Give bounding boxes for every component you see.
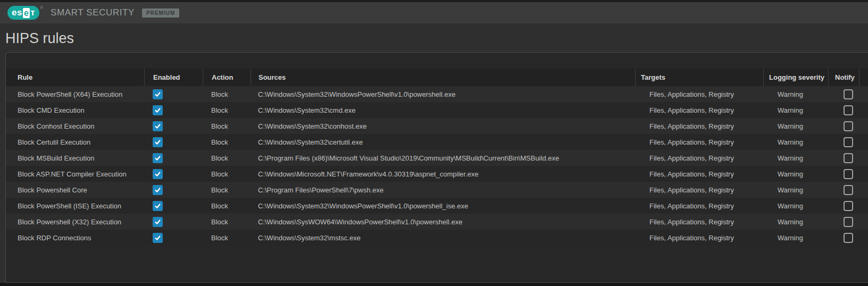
notify-cell [837, 150, 868, 166]
logo-text-mid: e [23, 8, 30, 18]
hips-rule-row[interactable]: Block RDP ConnectionsBlockC:\Windows\Sys… [6, 230, 868, 246]
severity-cell: Warning [772, 102, 837, 118]
sources-cell: C:\Windows\System32\cmd.exe [251, 102, 644, 118]
enabled-checkbox[interactable] [153, 121, 163, 131]
eset-window: eseт ® SMART SECURITY PREMIUM HIPS rules… [0, 0, 868, 286]
column-header-enabled[interactable]: Enabled [144, 69, 203, 86]
enabled-cell [144, 230, 203, 246]
checkmark-icon [154, 91, 161, 98]
targets-cell: Files, Applications, Registry [644, 230, 772, 246]
targets-cell: Files, Applications, Registry [644, 86, 772, 102]
checkmark-icon [154, 234, 161, 241]
enabled-cell [144, 214, 203, 230]
targets-cell: Files, Applications, Registry [644, 198, 772, 214]
rule-name-cell: Block PowerShell (X64) Execution [6, 86, 144, 102]
notify-checkbox[interactable] [844, 185, 853, 195]
checkmark-icon [154, 155, 161, 162]
action-cell: Block [203, 86, 251, 102]
column-header-action[interactable]: Action [203, 69, 251, 86]
severity-cell: Warning [772, 182, 837, 198]
notify-cell [837, 102, 868, 118]
severity-cell: Warning [772, 86, 837, 102]
action-cell: Block [203, 182, 251, 198]
notify-cell [837, 166, 868, 182]
hips-rule-row[interactable]: Block MSBuild ExecutionBlockC:\Program F… [6, 150, 868, 166]
hips-rule-row[interactable]: Block Powershell (X32) ExecutionBlockC:\… [6, 214, 868, 230]
hips-rule-row[interactable]: Block PowerShell (ISE) ExecutionBlockC:\… [6, 198, 868, 214]
checkmark-icon [154, 107, 161, 114]
notify-cell [837, 118, 868, 134]
hips-rule-row[interactable]: Block Conhost ExecutionBlockC:\Windows\S… [6, 118, 868, 134]
action-cell: Block [203, 118, 251, 134]
hips-rule-row[interactable]: Block Powershell CoreBlockC:\Program Fil… [6, 182, 868, 198]
enabled-checkbox[interactable] [153, 137, 163, 147]
notify-checkbox[interactable] [844, 169, 853, 179]
rule-name-cell: Block Certutil Execution [6, 134, 144, 150]
severity-cell: Warning [772, 230, 837, 246]
enabled-checkbox[interactable] [153, 89, 163, 99]
hips-rule-row[interactable]: Block CMD ExecutionBlockC:\Windows\Syste… [6, 102, 868, 118]
severity-cell: Warning [772, 166, 837, 182]
enabled-cell [144, 198, 203, 214]
action-cell: Block [203, 198, 251, 214]
enabled-checkbox[interactable] [153, 217, 163, 227]
targets-cell: Files, Applications, Registry [644, 118, 772, 134]
enabled-checkbox[interactable] [153, 185, 163, 195]
enabled-checkbox[interactable] [153, 153, 163, 163]
enabled-cell [144, 150, 203, 166]
targets-cell: Files, Applications, Registry [644, 182, 772, 198]
sources-cell: C:\Program Files\PowerShell\7\pwsh.exe [251, 182, 644, 198]
page-title: HIPS rules [0, 23, 868, 52]
enabled-cell [144, 118, 203, 134]
sources-cell: C:\Windows\System32\conhost.exe [251, 118, 644, 134]
notify-cell [837, 86, 868, 102]
notify-checkbox[interactable] [844, 137, 853, 147]
notify-checkbox[interactable] [844, 121, 853, 131]
logo-text-left: es [12, 7, 22, 18]
notify-cell [837, 134, 868, 150]
notify-checkbox[interactable] [844, 233, 853, 243]
column-header-severity[interactable]: Logging severity [763, 69, 828, 86]
column-header-targets[interactable]: Targets [635, 69, 763, 86]
sources-cell: C:\Windows\System32\mstsc.exe [251, 230, 644, 246]
rule-name-cell: Block MSBuild Execution [6, 150, 144, 166]
enabled-checkbox[interactable] [153, 201, 163, 211]
rule-name-cell: Block Conhost Execution [6, 118, 144, 134]
checkmark-icon [154, 218, 161, 225]
logo-text-right: т [30, 7, 35, 18]
action-cell: Block [203, 214, 251, 230]
enabled-checkbox[interactable] [153, 105, 163, 115]
notify-cell [837, 214, 868, 230]
checkmark-icon [154, 187, 161, 194]
checkmark-icon [154, 123, 161, 130]
column-header-notify[interactable]: Notify [828, 69, 859, 86]
table-header-row: RuleEnabledActionSourcesTargetsLogging s… [6, 69, 868, 86]
hips-rule-row[interactable]: Block PowerShell (X64) ExecutionBlockC:\… [6, 86, 868, 102]
enabled-cell [144, 102, 203, 118]
notify-cell [837, 230, 868, 246]
rule-name-cell: Block Powershell (X32) Execution [6, 214, 144, 230]
targets-cell: Files, Applications, Registry [644, 214, 772, 230]
checkmark-icon [154, 139, 161, 146]
eset-logo: eseт ® [7, 6, 43, 20]
hips-rules-panel: RuleEnabledActionSourcesTargetsLogging s… [5, 52, 868, 283]
notify-checkbox[interactable] [844, 153, 853, 163]
notify-checkbox[interactable] [844, 105, 853, 115]
enabled-checkbox[interactable] [153, 233, 163, 243]
column-header-sources[interactable]: Sources [251, 69, 635, 86]
rule-name-cell: Block ASP.NET Compiler Execution [6, 166, 144, 182]
premium-badge: PREMIUM [142, 9, 179, 18]
notify-checkbox[interactable] [844, 89, 853, 99]
notify-checkbox[interactable] [844, 201, 853, 211]
enabled-cell [144, 134, 203, 150]
column-header-rule[interactable]: Rule [6, 69, 144, 86]
app-header: eseт ® SMART SECURITY PREMIUM [0, 2, 868, 23]
sources-cell: C:\Program Files (x86)\Microsoft Visual … [251, 150, 644, 166]
severity-cell: Warning [772, 150, 837, 166]
registered-trademark-symbol: ® [40, 6, 43, 10]
hips-rule-row[interactable]: Block Certutil ExecutionBlockC:\Windows\… [6, 134, 868, 150]
notify-checkbox[interactable] [844, 217, 853, 227]
hips-rule-row[interactable]: Block ASP.NET Compiler ExecutionBlockC:\… [6, 166, 868, 182]
enabled-cell [144, 86, 203, 102]
enabled-checkbox[interactable] [153, 169, 163, 179]
